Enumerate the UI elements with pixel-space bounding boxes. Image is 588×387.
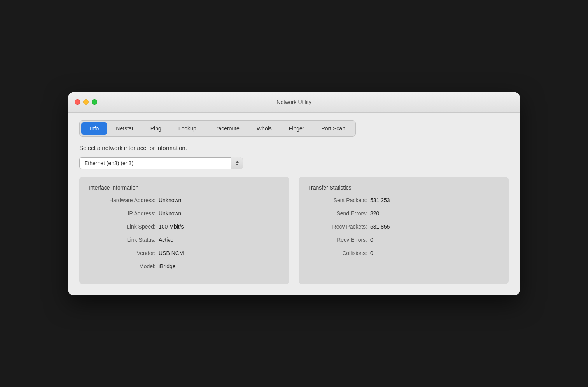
close-button[interactable]: [75, 99, 80, 105]
label-send-errors: Send Errors:: [308, 210, 370, 216]
dropdown-container: Ethernet (en3) (en3): [79, 157, 243, 169]
label-vendor: Vendor:: [89, 250, 159, 256]
transfer-stats-table: Sent Packets: 531,253 Send Errors: 320 R…: [308, 197, 499, 256]
label-hardware-address: Hardware Address:: [89, 197, 159, 203]
label-recv-errors: Recv Errors:: [308, 237, 370, 243]
transfer-row-recv-packets: Recv Packets: 531,855: [308, 223, 499, 230]
label-model: Model:: [89, 263, 159, 269]
value-ip-address: Unknown: [159, 210, 181, 216]
tab-whois[interactable]: Whois: [248, 122, 280, 135]
tab-finger[interactable]: Finger: [280, 122, 313, 135]
transfer-stats-panel: Transfer Statistics Sent Packets: 531,25…: [299, 177, 509, 284]
transfer-row-recv-errors: Recv Errors: 0: [308, 237, 499, 243]
tab-port-scan[interactable]: Port Scan: [313, 122, 354, 135]
value-hardware-address: Unknown: [159, 197, 181, 203]
interface-info-table: Hardware Address: Unknown IP Address: Un…: [89, 197, 280, 269]
label-sent-packets: Sent Packets:: [308, 197, 370, 203]
info-row-vendor: Vendor: USB NCM: [89, 250, 280, 256]
transfer-stats-title: Transfer Statistics: [308, 185, 499, 191]
tab-ping[interactable]: Ping: [142, 122, 170, 135]
interface-info-title: Interface Information: [89, 185, 280, 191]
value-recv-packets: 531,855: [370, 223, 390, 230]
label-recv-packets: Recv Packets:: [308, 223, 370, 230]
value-sent-packets: 531,253: [370, 197, 390, 203]
interface-info-panel: Interface Information Hardware Address: …: [79, 177, 289, 284]
info-row-link-speed: Link Speed: 100 Mbit/s: [89, 223, 280, 230]
traffic-lights: [75, 99, 97, 105]
main-layout: Interface Information Hardware Address: …: [79, 177, 509, 284]
info-row-link-status: Link Status: Active: [89, 237, 280, 243]
interface-dropdown[interactable]: Ethernet (en3) (en3): [79, 157, 243, 169]
value-recv-errors: 0: [370, 237, 373, 243]
maximize-button[interactable]: [92, 99, 97, 105]
minimize-button[interactable]: [83, 99, 89, 105]
label-link-speed: Link Speed:: [89, 223, 159, 230]
interface-selector-wrapper: Ethernet (en3) (en3): [79, 157, 509, 169]
label-ip-address: IP Address:: [89, 210, 159, 216]
value-model: iBridge: [159, 263, 176, 269]
label-collisions: Collisions:: [308, 250, 370, 256]
tab-bar: Info Netstat Ping Lookup Traceroute Whoi…: [79, 120, 356, 137]
info-row-ip: IP Address: Unknown: [89, 210, 280, 216]
content-area: Info Netstat Ping Lookup Traceroute Whoi…: [68, 113, 520, 295]
tab-info[interactable]: Info: [81, 122, 107, 135]
transfer-row-collisions: Collisions: 0: [308, 250, 499, 256]
value-link-speed: 100 Mbit/s: [159, 223, 184, 230]
tab-netstat[interactable]: Netstat: [107, 122, 142, 135]
tab-traceroute[interactable]: Traceroute: [205, 122, 248, 135]
main-window: Network Utility Info Netstat Ping Lookup…: [68, 92, 520, 295]
value-collisions: 0: [370, 250, 373, 256]
label-link-status: Link Status:: [89, 237, 159, 243]
value-link-status: Active: [159, 237, 173, 243]
tab-lookup[interactable]: Lookup: [170, 122, 205, 135]
titlebar: Network Utility: [68, 92, 520, 113]
value-vendor: USB NCM: [159, 250, 184, 256]
window-title: Network Utility: [276, 99, 311, 105]
instruction-text: Select a network interface for informati…: [79, 144, 509, 151]
transfer-row-sent-packets: Sent Packets: 531,253: [308, 197, 499, 203]
info-row-model: Model: iBridge: [89, 263, 280, 269]
info-row-hardware: Hardware Address: Unknown: [89, 197, 280, 203]
value-send-errors: 320: [370, 210, 379, 216]
transfer-row-send-errors: Send Errors: 320: [308, 210, 499, 216]
